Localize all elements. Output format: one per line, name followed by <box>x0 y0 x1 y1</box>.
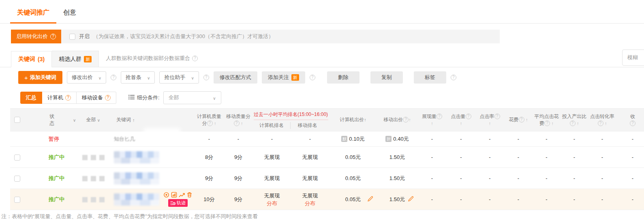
position-assistant-button[interactable]: 抢位助手 <box>159 71 199 84</box>
header-impressions[interactable]: 展现量 <box>417 109 447 131</box>
metric-cell: - <box>447 189 475 210</box>
tab-audience[interactable]: 精选人群 新 <box>52 51 99 67</box>
edit-bid-icon[interactable] <box>367 196 373 203</box>
help-icon[interactable] <box>207 120 213 126</box>
header-conversion-rate[interactable]: 点击转化率 <box>588 109 616 131</box>
metric-cell: - <box>588 189 616 210</box>
header-pc-bid[interactable]: 计算机出价 <box>329 109 377 131</box>
blurred-device-squares <box>75 147 111 168</box>
header-ctr[interactable]: 点击率 <box>475 109 504 131</box>
rank-distribution-link[interactable]: 分布 <box>253 200 291 207</box>
help-icon[interactable] <box>50 34 56 39</box>
metric-cell: - <box>417 189 447 210</box>
grab-first-button[interactable]: 抢首条 <box>121 71 155 84</box>
help-icon[interactable] <box>234 120 240 126</box>
header-roi[interactable]: 投入产出比 <box>561 109 588 131</box>
keyword-promotion-page: 关键词推广 创意 启用转化出价 开启 （为保证效果，该宝贝近3天累计点击量大于3… <box>0 0 644 221</box>
rank-distribution-link[interactable]: 分布 <box>291 200 329 207</box>
header-mobile-rank[interactable]: 移动排名 <box>290 122 329 129</box>
metric-cell: - <box>447 168 475 189</box>
header-avg-click-cost[interactable]: 平均点击花费 <box>533 109 561 131</box>
top-tab-bar: 关键词推广 创意 <box>0 0 644 24</box>
select-all-checkbox[interactable] <box>14 117 20 123</box>
table-row[interactable]: 暂停 知台匕几 - - - - 默0.10元 折0.40元 <box>10 131 644 147</box>
pc-rank-cell: 无展现 分布 <box>253 189 291 210</box>
help-icon[interactable] <box>519 117 524 122</box>
header-status[interactable]: 状态 <box>32 109 75 131</box>
header-mobile-bid[interactable]: 移动出价 <box>377 109 417 131</box>
help-icon[interactable] <box>65 95 71 101</box>
copy-button[interactable]: 复制 <box>370 71 403 84</box>
add-follow-button[interactable]: 添加关注 新 <box>262 71 305 84</box>
keyword-table: 状态 全部 关键词 计算机质量分 移动质量分 过去一小时 <box>10 108 644 210</box>
delete-button[interactable]: 删除 <box>327 71 359 84</box>
help-icon[interactable] <box>570 120 576 126</box>
metric-cell: - <box>504 131 533 147</box>
tab-keywords[interactable]: 关键词 (3) <box>11 51 52 67</box>
sort-up-icon <box>214 120 216 126</box>
add-keyword-button[interactable]: + 添加关键词 <box>18 71 62 84</box>
help-icon[interactable] <box>544 120 550 126</box>
header-pc-quality[interactable]: 计算机质量分 <box>195 109 224 131</box>
help-icon[interactable] <box>310 75 315 80</box>
top-tab-keyword-promotion[interactable]: 关键词推广 <box>10 0 56 24</box>
help-icon[interactable] <box>192 56 198 61</box>
conversion-bid-banner: 启用转化出价 开启 （为保证效果，该宝贝近3天累计点击量大于300（不含定向推广… <box>11 30 644 43</box>
segment-summary[interactable]: 汇总 <box>20 92 42 104</box>
segment-condition-select[interactable]: 全部 <box>163 91 221 104</box>
help-icon[interactable] <box>105 95 111 101</box>
sort-up-icon <box>489 120 491 126</box>
header-cost[interactable]: 花费 <box>504 109 533 131</box>
mobile-quality-cell: - <box>224 131 253 147</box>
tag-button[interactable]: 标签 <box>414 71 446 84</box>
segment-condition-label: 细分条件: <box>137 94 160 101</box>
fuzzy-button[interactable]: 模糊 <box>622 49 644 66</box>
help-icon[interactable] <box>494 114 500 119</box>
metric-cell: - <box>475 147 504 168</box>
header-rank-group: 过去一小时平均排名(15:00~16:00) 计算机排名 移动排名 <box>253 109 329 131</box>
table-row[interactable]: 推广中 8分 9分 无展现 无展现 0.05元 1.50元 - - - - - … <box>10 147 644 168</box>
header-mobile-quality[interactable]: 移动质量分 <box>224 109 253 131</box>
row-checkbox[interactable] <box>14 176 20 182</box>
help-icon[interactable] <box>111 75 116 80</box>
trash-icon[interactable] <box>186 192 193 198</box>
enable-checkbox[interactable] <box>69 34 75 40</box>
trail-badge[interactable]: 轨迹 <box>168 199 188 207</box>
segment-mobile[interactable]: 移动设备 <box>77 92 116 104</box>
list-icon <box>128 94 135 101</box>
mobile-quality-cell: 9分 <box>224 147 253 168</box>
help-icon[interactable] <box>436 114 442 119</box>
help-icon[interactable] <box>203 75 209 80</box>
trend-chart-icon[interactable] <box>179 192 185 198</box>
row-checkbox[interactable] <box>14 197 20 203</box>
status-text: 暂停 <box>49 136 59 142</box>
edit-bid-icon[interactable] <box>408 196 414 203</box>
header-scope[interactable]: 全部 <box>75 109 111 131</box>
pc-quality-cell: 8分 <box>195 147 224 168</box>
top-tab-creative[interactable]: 创意 <box>56 0 83 23</box>
metric-cell: - <box>588 147 616 168</box>
mobile-quality-cell: 9分 <box>224 168 253 189</box>
metric-cell: - <box>561 147 588 168</box>
segment-computer[interactable]: 计算机 <box>42 92 77 104</box>
help-icon[interactable] <box>466 114 471 119</box>
header-clicks[interactable]: 点击量 <box>447 109 475 131</box>
table-row[interactable]: 推广中 9分 9分 无展现 无展现 0.05元 1.50元 - - - - - … <box>10 168 644 189</box>
help-icon[interactable] <box>630 120 635 126</box>
header-clipped-column[interactable]: 收 <box>616 109 644 131</box>
modify-bid-button[interactable]: 修改出价 <box>67 71 106 84</box>
section-tab-bar: 关键词 (3) 精选人群 新 人群数据和关键词数据部分数据重合 模糊 <box>0 51 644 67</box>
enable-conversion-bid-button[interactable]: 启用转化出价 <box>11 30 61 43</box>
metric-cell: - <box>504 147 533 168</box>
target-icon[interactable] <box>163 192 169 198</box>
table-row[interactable]: 推广中 轨迹 <box>10 189 644 210</box>
row-checkbox[interactable] <box>14 154 20 161</box>
metric-cell: - <box>475 131 504 147</box>
chart-box-icon[interactable] <box>171 192 177 198</box>
help-icon[interactable] <box>451 75 456 80</box>
help-icon[interactable] <box>403 117 409 122</box>
help-icon[interactable] <box>598 120 603 126</box>
modify-match-button[interactable]: 修改匹配方式 <box>214 71 257 84</box>
metric-cell: - <box>533 189 561 210</box>
header-pc-rank[interactable]: 计算机排名 <box>254 122 290 129</box>
